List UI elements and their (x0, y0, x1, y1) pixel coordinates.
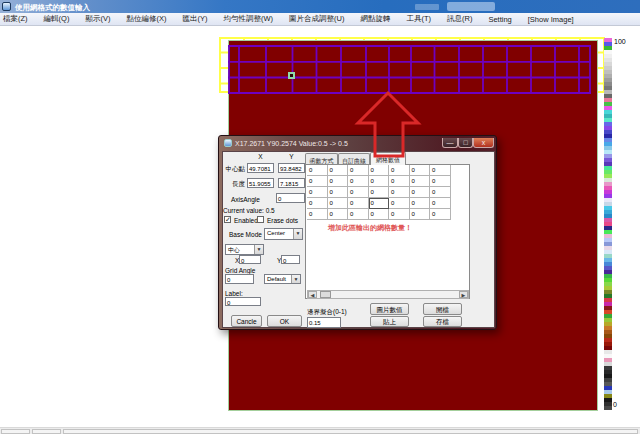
menu-item-6[interactable]: 圖片合成調整(U) (281, 14, 352, 24)
grid-cell[interactable]: 0 (369, 165, 390, 176)
grid-cell[interactable]: 0 (389, 165, 410, 176)
enabled-checkbox[interactable]: ✓ (224, 216, 231, 223)
menu-item-1[interactable]: 編輯(Q) (36, 14, 78, 24)
grid-cell[interactable]: 0 (410, 198, 431, 209)
grid-cell[interactable]: 0 (410, 165, 431, 176)
grid-cell[interactable]: 0 (307, 198, 328, 209)
save-file-button[interactable]: 存檔 (423, 316, 462, 327)
chevron-down-icon: ▼ (293, 229, 302, 239)
dialog-close-button[interactable]: x (473, 138, 494, 148)
grid-cell[interactable]: 0 (328, 209, 349, 220)
axis-angle-label: AxisAngle (231, 196, 260, 203)
scroll-left-arrow-icon[interactable]: ◀ (308, 291, 317, 298)
length-label: 長度 (223, 180, 245, 189)
grid-cell[interactable]: 0 (369, 187, 390, 198)
image-values-button[interactable]: 圖片數值 (370, 303, 409, 315)
menu-item-4[interactable]: 匯出(Y) (174, 14, 215, 24)
grid-cell[interactable]: 0 (348, 209, 369, 220)
grid-cell[interactable]: 0 (389, 187, 410, 198)
chevron-down-icon: ▼ (291, 275, 300, 283)
menu-item-9[interactable]: 訊息(R) (439, 14, 480, 24)
status-bar (0, 427, 640, 434)
grid-cell[interactable]: 0 (307, 165, 328, 176)
menu-item-5[interactable]: 均勻性調整(W) (215, 14, 281, 24)
selected-grid-point[interactable] (288, 72, 295, 79)
grid-cell[interactable]: 0 (430, 176, 451, 187)
grid-values-page: 00000000000000000000000000000000000 增加此區… (305, 164, 470, 299)
grid-cell[interactable]: 0 (328, 187, 349, 198)
grid-cell[interactable]: 0 (369, 198, 390, 209)
enabled-label: Enabled (234, 217, 258, 224)
grid-cell[interactable]: 0 (348, 165, 369, 176)
blend-field[interactable]: 0.15 (307, 317, 341, 328)
status-panel-1 (1, 429, 30, 434)
grid-angle-mode-select[interactable]: Default▼ (264, 274, 301, 284)
grid-cell[interactable]: 0 (430, 198, 451, 209)
grid-angle-label: Grid Angle (225, 267, 255, 274)
grid-cell[interactable]: 0 (389, 198, 410, 209)
grid-cell[interactable]: 0 (348, 187, 369, 198)
titlebar-artifact-tab (447, 2, 495, 11)
grid-cell[interactable]: 0 (389, 209, 410, 220)
base-mode-select[interactable]: Center▼ (264, 228, 303, 240)
menu-item-11[interactable]: [Show Image] (520, 15, 582, 24)
length-y-field[interactable]: 7.1815 (278, 178, 305, 188)
horizontal-scrollbar[interactable]: ◀ ▶ (307, 290, 469, 299)
center-y-field[interactable]: 93.8482 (278, 163, 305, 173)
menu-item-10[interactable]: Setting (480, 15, 519, 24)
menu-item-0[interactable]: 檔案(Z) (0, 14, 36, 24)
center-x-field[interactable]: 49.7081 (247, 163, 274, 173)
dialog-icon (224, 139, 232, 147)
grid-cell[interactable]: 0 (307, 209, 328, 220)
grid-cell[interactable]: 0 (430, 209, 451, 220)
cancel-button[interactable]: Cancle (231, 315, 262, 327)
grid-cell[interactable]: 0 (369, 209, 390, 220)
y-field[interactable]: 0 (281, 255, 300, 264)
current-value-label: Current value: 0.5 (223, 207, 275, 214)
dialog-body: X Y 中心點 49.7081 93.8482 長度 51.9055 7.181… (222, 151, 495, 328)
anchor-select[interactable]: 中心▼ (225, 244, 264, 255)
grid-cell[interactable]: 0 (307, 187, 328, 198)
dialog-maximize-button[interactable]: □ (458, 138, 473, 148)
column-header-y: Y (278, 153, 305, 160)
scrollbar-thumb[interactable] (320, 291, 331, 298)
ok-button[interactable]: OK (267, 315, 302, 327)
grid-cell[interactable]: 0 (389, 176, 410, 187)
grid-cell[interactable]: 0 (410, 187, 431, 198)
open-file-button[interactable]: 開檔 (423, 303, 462, 315)
label-field[interactable]: 0 (225, 297, 261, 306)
grid-cell[interactable]: 0 (328, 165, 349, 176)
titlebar-artifact-icons (415, 4, 439, 10)
grid-cell[interactable]: 0 (410, 176, 431, 187)
grid-cell[interactable]: 0 (348, 198, 369, 209)
color-scale[interactable] (604, 38, 612, 410)
length-x-field[interactable]: 51.9055 (247, 178, 274, 188)
erase-dots-label: Erase dots (267, 217, 298, 224)
base-mode-label: Base Mode (229, 231, 262, 238)
scroll-right-arrow-icon[interactable]: ▶ (459, 291, 468, 298)
grid-cell[interactable]: 0 (307, 176, 328, 187)
grid-cell[interactable]: 0 (369, 176, 390, 187)
dialog-minimize-button[interactable]: — (442, 138, 458, 148)
menu-item-3[interactable]: 點位編修(X) (118, 14, 174, 24)
scale-max-label: 100 (614, 38, 626, 45)
paste-button[interactable]: 貼上 (370, 316, 409, 327)
grid-cell[interactable]: 0 (410, 209, 431, 220)
grid-angle-field[interactable]: 0 (225, 274, 254, 284)
menu-item-7[interactable]: 網點旋轉 (352, 14, 398, 24)
grid-cell[interactable]: 0 (348, 176, 369, 187)
column-header-x: X (247, 153, 274, 160)
axis-angle-field[interactable]: 0 (276, 193, 305, 203)
grid-cell[interactable]: 0 (430, 187, 451, 198)
tab-grid-values[interactable]: 網格數值 (370, 152, 406, 165)
blend-label: 邊界擬合(0-1) (307, 308, 347, 317)
menu-item-2[interactable]: 顯示(V) (77, 14, 118, 24)
grid-cell[interactable]: 0 (430, 165, 451, 176)
menu-item-8[interactable]: 工具(T) (398, 14, 439, 24)
x-field[interactable]: 0 (239, 255, 261, 264)
status-panel-3 (63, 429, 638, 434)
grid-cell[interactable]: 0 (328, 176, 349, 187)
grid-cell[interactable]: 0 (328, 198, 349, 209)
erase-dots-checkbox[interactable] (257, 216, 264, 223)
window-titlebar[interactable]: 使用網格式的數值輸入 (0, 0, 640, 13)
